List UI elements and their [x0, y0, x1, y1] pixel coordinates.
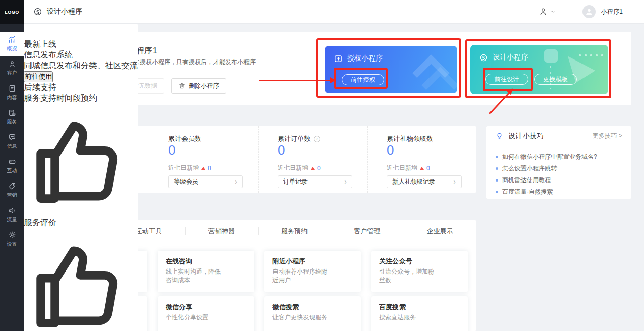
traffic-megaphone-icon: [8, 206, 16, 215]
sidebar-item-messages[interactable]: 信息: [0, 129, 24, 154]
stat-col-members: 累计会员数 0 近七日新增0 等级会员: [149, 126, 258, 193]
tab-customer-management[interactable]: 客户管理: [331, 220, 404, 243]
sidebar-item-label: 内容: [7, 94, 17, 101]
go-authorize-button[interactable]: 前往授权: [342, 74, 384, 85]
delete-miniprogram-button[interactable]: 删除小程序: [171, 78, 226, 94]
feature-card-nearby-miniprogram[interactable]: 附近小程序 自动推荐小程序给附近用户: [264, 251, 361, 292]
chevron-right-icon: [344, 178, 347, 186]
decor-dots: [579, 54, 603, 56]
user-chip[interactable]: 小程序1: [569, 0, 644, 23]
message-bubble-icon: [8, 133, 16, 141]
phone-consult-illustration: [220, 262, 249, 288]
tip-item[interactable]: 商机雷达使用教程: [496, 174, 622, 186]
tip-item[interactable]: 如何在微信小程序中配置业务域名?: [496, 151, 622, 163]
banner-subtitle: 同城信息发布和分类、社区交流: [24, 61, 138, 71]
service-file-clock-icon: [8, 109, 16, 117]
sidebar-item-customers[interactable]: 客户: [0, 56, 24, 80]
stat-col-gifts: 累计礼物领取数 0 近七日新增0 新人礼领取记录: [367, 126, 477, 193]
app-title-label: 设计小程序: [47, 7, 82, 16]
feature-card-wechat-share[interactable]: 微信分享 个性化分享设置: [158, 296, 254, 331]
sidebar-item-traffic[interactable]: 流量: [0, 202, 24, 227]
main-content: 试 小程序1 当前尚未授权小程序，只有授权后，才能发布小程序 暂无数据 删除小程…: [24, 24, 644, 331]
user-name: 小程序1: [601, 8, 623, 16]
feature-card-wechat-search[interactable]: 微信搜索 让客户更快发现服务: [264, 296, 361, 331]
sidebar-item-label: 概况: [7, 45, 17, 52]
sidebar-item-marketing[interactable]: 营销: [0, 178, 24, 202]
chevron-right-icon: [235, 178, 237, 186]
tab-enterprise-display[interactable]: 企业展示: [404, 220, 476, 243]
sidebar-item-content[interactable]: 内容: [0, 80, 24, 105]
content-document-icon: [8, 84, 16, 93]
banner-title: 信息发布系统: [24, 50, 138, 61]
info-publish-banner[interactable]: 最新上线 信息发布系统 同城信息发布和分类、社区交流 前往使用: [24, 24, 138, 82]
wechat-share-illustration: [220, 308, 249, 331]
interaction-gamepad-icon: [8, 158, 16, 166]
logo[interactable]: LOGO: [0, 0, 24, 24]
tab-service-booking[interactable]: 服务预约: [258, 220, 331, 243]
delta-up-icon: [201, 167, 205, 170]
auth-promo-card[interactable]: 授权小程序 前往授权: [325, 46, 457, 93]
tab-marketing-tools[interactable]: 营销神器: [185, 220, 258, 243]
more-tips-link[interactable]: 更多技巧 >: [593, 132, 622, 140]
design-card-header: 设计小程序: [479, 53, 528, 62]
app-title: 设计小程序: [24, 0, 98, 23]
bullet-dot: [496, 179, 498, 182]
map-pin-illustration: [326, 262, 356, 288]
support-item[interactable]: 服务支持时间段预约: [24, 93, 138, 218]
miniprogram-logo-icon: [479, 53, 488, 62]
thumbs-up-icon: [24, 228, 138, 331]
feature-card-online-consult[interactable]: 在线咨询 线上实时沟通，降低咨询成本: [158, 251, 254, 292]
thumbs-up-icon: [24, 104, 138, 218]
support-item[interactable]: 服务评价: [24, 218, 138, 331]
members-value: 0: [168, 142, 175, 158]
change-template-button[interactable]: 更换模板: [534, 74, 577, 85]
orders-value: 0: [278, 142, 285, 158]
chevron-down-icon: [550, 9, 556, 14]
sidebar-item-label: 客户: [7, 70, 17, 77]
sidebar: 概况 客户 内容 服务 信息 互动 营销 流量 设置: [0, 24, 24, 331]
person-icon: [539, 7, 548, 16]
auth-card-header: 授权小程序: [334, 54, 383, 63]
delta-up-icon: [420, 167, 424, 170]
sidebar-item-label: 互动: [7, 167, 17, 174]
topbar: 设计小程序 小程序1: [24, 0, 644, 24]
sidebar-item-label: 营销: [7, 192, 17, 199]
tip-item[interactable]: 怎么设置小程序跳转: [496, 163, 622, 174]
info-publish-card: 最新上线 信息发布系统 同城信息发布和分类、社区交流 前往使用 后续支持 服务支…: [24, 24, 138, 331]
settings-gear-icon: [8, 231, 16, 239]
sidebar-item-interaction[interactable]: 互动: [0, 154, 24, 178]
feature-card-baidu-search[interactable]: 百度搜索 搜索直达服务 du: [371, 296, 468, 331]
tips-card: 设计小技巧 更多技巧 > 如何在微信小程序中配置业务域名? 怎么设置小程序跳转 …: [486, 126, 631, 199]
account-menu[interactable]: [526, 0, 569, 23]
baidu-search-illustration: du: [433, 308, 463, 331]
info-icon: [314, 136, 320, 142]
overview-chart-icon: [8, 36, 16, 44]
go-design-button[interactable]: 前往设计: [485, 74, 528, 85]
wechat-search-illustration: [326, 308, 356, 331]
customers-person-icon: [8, 60, 16, 68]
sidebar-item-settings[interactable]: 设置: [0, 227, 24, 251]
support-title: 后续支持: [24, 83, 56, 92]
sidebar-item-label: 流量: [7, 216, 17, 223]
sidebar-item-service[interactable]: 服务: [0, 105, 24, 129]
design-promo-card[interactable]: 设计小程序 前往设计 更换模板: [470, 45, 608, 94]
official-account-illustration: [433, 262, 463, 288]
go-use-button[interactable]: 前往使用: [24, 71, 53, 82]
upload-box-icon: [334, 54, 343, 63]
marketing-tag-icon: [8, 182, 16, 190]
tips-title: 设计小技巧: [508, 132, 544, 141]
order-records-button[interactable]: 订单记录: [278, 175, 352, 188]
new-release-badge: 最新上线: [24, 40, 56, 48]
trash-icon: [178, 82, 186, 89]
member-levels-button[interactable]: 等级会员: [168, 175, 243, 188]
decor-square: [544, 49, 558, 63]
stat-col-orders: 累计订单数 0 近七日新增0 订单记录: [258, 126, 367, 193]
bullet-dot: [496, 156, 498, 158]
miniprogram-logo-badge: [24, 24, 138, 39]
tip-item[interactable]: 百度流量-自然搜索: [496, 186, 622, 198]
sidebar-item-overview[interactable]: 概况: [0, 32, 24, 56]
gift-records-button[interactable]: 新人礼领取记录: [387, 175, 462, 188]
design-card-title: 设计小程序: [493, 53, 528, 62]
lightbulb-icon: [496, 132, 503, 140]
feature-card-follow-official-account[interactable]: 关注公众号 引流公众号，增加粉丝数: [371, 251, 468, 292]
